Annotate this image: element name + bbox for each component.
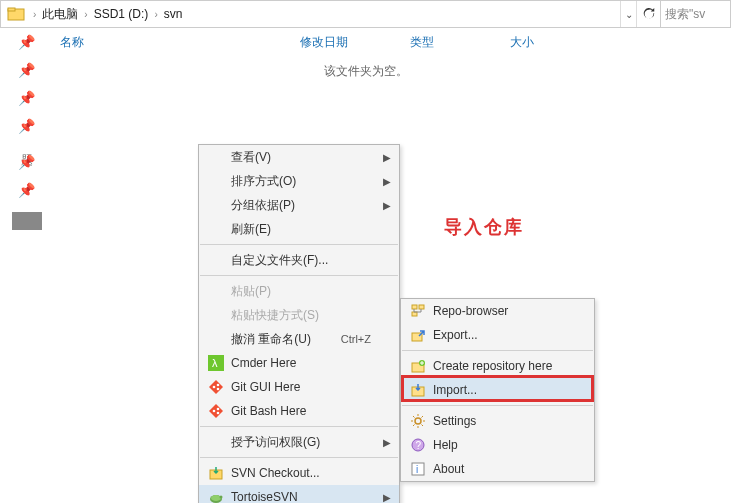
pin-icon[interactable]: 📌 [0,112,54,140]
column-headers: 名称 修改日期 类型 大小 [0,28,731,55]
tortoisesvn-submenu: Repo-browser Export... Create repository… [400,298,595,482]
about-icon: i [409,460,427,478]
submenu-about[interactable]: iAbout [401,457,594,481]
svg-rect-14 [412,305,417,309]
crumb-root[interactable]: 此电脑 [40,4,80,25]
help-icon: ? [409,436,427,454]
menu-git-gui[interactable]: Git GUI Here [199,375,399,399]
chevron-right-icon: › [80,9,91,20]
svg-point-5 [217,384,220,387]
pin-icon[interactable]: 📌 [0,84,54,112]
address-bar[interactable]: › 此电脑 › SSD1 (D:) › svn ⌄ 搜索"sv [0,0,731,28]
submenu-help[interactable]: ?Help [401,433,594,457]
svg-point-8 [217,408,220,411]
create-repo-icon [409,357,427,375]
git-icon [207,378,225,396]
quick-access-sidebar: 📌 📌 📌 📌 题 📌 📌 [0,28,54,503]
sidebar-block [12,212,42,230]
svg-point-12 [211,495,221,501]
menu-paste-shortcut: 粘贴快捷方式(S) [199,303,399,327]
svg-rect-1 [8,8,15,11]
svg-point-21 [415,418,421,424]
address-dropdown-icon[interactable]: ⌄ [620,1,636,27]
submenu-repo-browser[interactable]: Repo-browser [401,299,594,323]
column-size[interactable]: 大小 [510,34,570,51]
svg-point-9 [217,412,220,415]
pin-icon[interactable]: 📌 [0,176,54,204]
menu-cmder-here[interactable]: λCmder Here [199,351,399,375]
submenu-settings[interactable]: Settings [401,409,594,433]
submenu-import[interactable]: Import... [401,378,594,402]
git-icon [207,402,225,420]
menu-refresh[interactable]: 刷新(E) [199,217,399,241]
annotation-text: 导入仓库 [444,215,524,239]
svg-point-7 [213,410,216,413]
svg-text:i: i [416,464,418,475]
menu-grant-access[interactable]: 授予访问权限(G)▶ [199,430,399,454]
column-name[interactable]: 名称 [60,34,300,51]
pin-icon[interactable]: 📌 [0,148,54,176]
menu-group[interactable]: 分组依据(P)▶ [199,193,399,217]
svg-point-4 [213,386,216,389]
svg-point-6 [217,388,220,391]
svn-checkout-icon [207,464,225,482]
svg-text:?: ? [416,440,422,451]
tortoise-icon [207,488,225,503]
crumb-drive[interactable]: SSD1 (D:) [92,5,151,23]
svg-text:λ: λ [212,357,218,369]
crumb-folder[interactable]: svn [162,5,185,23]
menu-svn-checkout[interactable]: SVN Checkout... [199,461,399,485]
settings-icon [409,412,427,430]
menu-undo-rename[interactable]: 撤消 重命名(U)Ctrl+Z [199,327,399,351]
pin-icon[interactable]: 📌 [0,28,54,56]
svg-rect-15 [419,305,424,309]
lambda-icon: λ [207,354,225,372]
sidebar-label: 题 [0,140,53,148]
submenu-create-repo[interactable]: Create repository here [401,354,594,378]
pin-icon[interactable]: 📌 [0,56,54,84]
svg-point-13 [220,496,223,499]
submenu-export[interactable]: Export... [401,323,594,347]
menu-paste: 粘贴(P) [199,279,399,303]
menu-sort[interactable]: 排序方式(O)▶ [199,169,399,193]
column-type[interactable]: 类型 [410,34,510,51]
folder-icon [7,5,25,23]
empty-folder-message: 该文件夹为空。 [0,63,731,80]
svg-rect-16 [412,312,417,316]
repo-browser-icon [409,302,427,320]
search-input[interactable]: 搜索"sv [660,1,730,27]
chevron-right-icon: › [150,9,161,20]
refresh-icon[interactable] [636,1,660,27]
column-date[interactable]: 修改日期 [300,34,410,51]
context-menu: 查看(V)▶ 排序方式(O)▶ 分组依据(P)▶ 刷新(E) 自定义文件夹(F)… [198,144,400,503]
menu-customize-folder[interactable]: 自定义文件夹(F)... [199,248,399,272]
import-icon [409,381,427,399]
export-icon [409,326,427,344]
menu-git-bash[interactable]: Git Bash Here [199,399,399,423]
menu-view[interactable]: 查看(V)▶ [199,145,399,169]
chevron-right-icon: › [29,9,40,20]
menu-tortoisesvn[interactable]: TortoiseSVN▶ [199,485,399,503]
